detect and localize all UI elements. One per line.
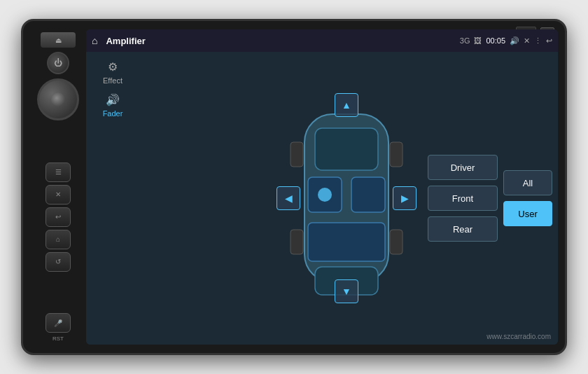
refresh-button[interactable]: ↺	[46, 252, 71, 272]
fader-label: Fader	[103, 109, 123, 118]
arrow-right-button[interactable]: ▶	[393, 186, 416, 210]
mic-button[interactable]: 🎤	[46, 313, 71, 333]
car-section: ▲ ▼ ◀ ▶ Driver Front Rea	[141, 57, 552, 339]
svg-rect-10	[390, 230, 402, 254]
svg-rect-7	[290, 142, 303, 167]
fader-icon: 🔊	[106, 93, 120, 106]
user-button[interactable]: User	[503, 201, 552, 226]
sidebar-item-fader[interactable]: 🔊 Fader	[92, 93, 134, 118]
left-col-buttons: Driver Front Rear	[428, 155, 498, 242]
home-icon: ⌂	[56, 235, 60, 243]
all-label: All	[523, 178, 533, 188]
svg-point-4	[318, 188, 332, 202]
volume-icon: 🔊	[510, 36, 519, 46]
arrow-down-button[interactable]: ▼	[335, 279, 358, 303]
home-button[interactable]: ⌂	[46, 230, 71, 249]
effect-label: Effect	[103, 76, 122, 85]
driver-label: Driver	[451, 162, 475, 173]
eject-button[interactable]: ⏏	[41, 32, 76, 48]
car-diagram: ▲ ▼ ◀ ▶	[284, 86, 410, 310]
car-svg	[284, 86, 410, 310]
screen: ⌂ Amplifier 3G 🖼 00:05 🔊 ✕ ⋮ ↩ ⚙ Effect	[86, 29, 558, 345]
signal-label: 3G	[460, 36, 470, 45]
svg-rect-9	[290, 230, 303, 254]
menu-button[interactable]: ☰	[46, 162, 71, 182]
svg-rect-3	[351, 177, 385, 212]
arrow-left-button[interactable]: ◀	[276, 186, 300, 210]
all-button[interactable]: All	[503, 170, 552, 195]
bottom-area: 🎤 RST	[46, 313, 71, 342]
status-time: 00:05	[486, 36, 505, 45]
app-title: Amplifier	[106, 36, 454, 46]
rst-label: RST	[52, 335, 64, 342]
user-label: User	[518, 209, 537, 219]
more-icon[interactable]: ⋮	[534, 36, 542, 46]
status-icons-group: 3G 🖼 00:05 🔊 ✕ ⋮ ↩	[460, 36, 552, 46]
svg-rect-5	[308, 223, 385, 261]
top-buttons-group: ⏏ ⏻	[37, 32, 79, 120]
volume-knob[interactable]	[37, 78, 79, 120]
power-icon: ⏻	[54, 58, 62, 68]
statusbar-home-icon[interactable]: ⌂	[92, 35, 97, 46]
svg-rect-8	[390, 142, 402, 167]
effect-icon: ⚙	[108, 60, 118, 74]
close-icon: ✕	[524, 36, 530, 46]
svg-rect-1	[315, 128, 378, 170]
sidebar-item-effect[interactable]: ⚙ Effect	[92, 60, 134, 85]
back-icon: ↩	[55, 213, 61, 221]
back-button[interactable]: ↩	[46, 207, 71, 227]
status-bar: ⌂ Amplifier 3G 🖼 00:05 🔊 ✕ ⋮ ↩	[86, 29, 558, 52]
eject-icon: ⏏	[55, 36, 62, 44]
front-button[interactable]: Front	[428, 186, 498, 211]
car-radio-device: GPS ⏏ ⏻ ☰ ✕ ↩ ⌂	[21, 19, 567, 355]
power-button[interactable]: ⏻	[47, 52, 69, 74]
front-label: Front	[452, 193, 473, 204]
content-sidebar: ⚙ Effect 🔊 Fader	[92, 57, 134, 339]
side-buttons-group: ☰ ✕ ↩ ⌂ ↺	[46, 162, 71, 272]
refresh-icon: ↺	[55, 258, 61, 265]
cancel-icon: ✕	[55, 191, 61, 198]
arrow-up-button[interactable]: ▲	[335, 93, 358, 117]
image-icon: 🖼	[474, 36, 482, 45]
driver-button[interactable]: Driver	[428, 155, 498, 180]
main-content: ⚙ Effect 🔊 Fader	[86, 52, 558, 345]
return-icon[interactable]: ↩	[546, 36, 552, 46]
right-col-buttons: All User	[503, 170, 552, 226]
left-panel: ⏏ ⏻ ☰ ✕ ↩ ⌂ ↺	[30, 29, 86, 345]
rear-button[interactable]: Rear	[428, 216, 498, 242]
menu-icon: ☰	[55, 168, 62, 176]
speaker-buttons-group: Driver Front Rear All	[428, 155, 552, 242]
rear-label: Rear	[453, 224, 472, 235]
knob-inner	[51, 92, 65, 106]
cancel-button[interactable]: ✕	[46, 185, 71, 205]
mic-icon: 🎤	[54, 319, 62, 327]
watermark: www.szcarradio.com	[486, 333, 551, 340]
